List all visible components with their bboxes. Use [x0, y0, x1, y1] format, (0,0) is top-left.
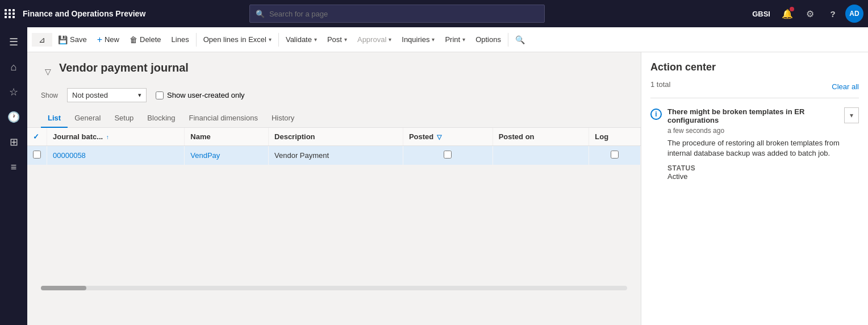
- question-icon: ?: [830, 9, 835, 19]
- clear-all-button[interactable]: Clear all: [832, 82, 859, 91]
- col-journal-batch[interactable]: Journal batc... ↑: [47, 128, 185, 146]
- header-checkmark: ✓: [33, 132, 39, 141]
- bell-button[interactable]: 🔔: [777, 3, 798, 24]
- horizontal-scrollbar[interactable]: [41, 286, 627, 290]
- search-bar[interactable]: 🔍: [249, 5, 545, 23]
- open-lines-excel-button[interactable]: Open lines in Excel ▾: [199, 33, 276, 46]
- search-cmd-icon: 🔍: [515, 35, 525, 44]
- row-posted-cell[interactable]: [403, 146, 493, 165]
- post-button[interactable]: Post ▾: [323, 33, 352, 46]
- chevron-down-icon: ▾: [269, 36, 272, 43]
- save-label: Save: [70, 35, 87, 44]
- row-checkbox[interactable]: [33, 151, 41, 159]
- validate-button[interactable]: Validate ▾: [281, 33, 322, 46]
- column-filter-icon: ▽: [437, 134, 441, 140]
- journal-batch-link[interactable]: 00000058: [53, 151, 86, 160]
- delete-icon: 🗑: [130, 35, 137, 44]
- command-bar: ⊿ 💾 Save + New 🗑 Delete Lines Open lines…: [27, 27, 868, 52]
- notification-body: The procedure of restoring all broken te…: [667, 138, 859, 159]
- top-navigation: Finance and Operations Preview 🔍 GBSI 🔔 …: [0, 0, 868, 27]
- delete-label: Delete: [140, 35, 161, 44]
- col-posted[interactable]: Posted ▽: [403, 128, 493, 146]
- tab-history[interactable]: History: [265, 109, 301, 128]
- hamburger-icon: ☰: [9, 36, 18, 48]
- col-name[interactable]: Name: [185, 128, 269, 146]
- show-dropdown[interactable]: Not posted ▾: [67, 88, 147, 102]
- sidebar-item-home[interactable]: ⌂: [0, 55, 27, 80]
- search-input[interactable]: [269, 10, 539, 18]
- sidebar-hamburger[interactable]: ☰: [0, 30, 27, 55]
- help-button[interactable]: ?: [823, 3, 843, 24]
- col-posted-on[interactable]: Posted on: [493, 128, 589, 146]
- separator2: [278, 33, 279, 47]
- chevron-down-icon6: ▾: [462, 36, 465, 43]
- notification-title: There might be broken templates in ER co…: [667, 107, 840, 124]
- action-center-total: 1 total: [650, 80, 670, 89]
- dropdown-chevron-icon: ▾: [138, 91, 141, 99]
- description-value: Vendor Payment: [274, 151, 329, 160]
- filter-toggle-button[interactable]: ▽: [41, 65, 55, 78]
- star-icon: ☆: [9, 86, 18, 98]
- inquiries-button[interactable]: Inquiries ▾: [397, 33, 439, 46]
- post-label: Post: [327, 35, 342, 44]
- page-title: Vendor payment journal: [59, 61, 189, 74]
- col-check: ✓: [27, 128, 47, 146]
- tab-general[interactable]: General: [68, 109, 107, 128]
- name-link[interactable]: VendPay: [190, 151, 220, 160]
- notification-item: i There might be broken templates in ER …: [650, 103, 859, 185]
- tab-list[interactable]: List: [41, 109, 68, 128]
- notification-collapse-button[interactable]: ▾: [844, 107, 859, 123]
- col-log[interactable]: Log: [589, 128, 641, 146]
- apps-icon[interactable]: [5, 9, 14, 18]
- tab-setup[interactable]: Setup: [107, 109, 140, 128]
- options-button[interactable]: Options: [471, 33, 506, 46]
- filter-button[interactable]: ⊿: [34, 33, 50, 47]
- posted-checkbox[interactable]: [444, 151, 452, 159]
- show-filter-row: Show Not posted ▾ Show user-created only: [41, 88, 627, 102]
- row-posted-on: [493, 146, 589, 165]
- sidebar-item-modules[interactable]: ≡: [0, 155, 27, 180]
- search-icon: 🔍: [256, 10, 265, 18]
- avatar[interactable]: AD: [845, 5, 863, 23]
- notification-time: a few seconds ago: [667, 127, 859, 135]
- tab-financial-dimensions[interactable]: Financial dimensions: [182, 109, 265, 128]
- info-icon: i: [650, 109, 662, 120]
- save-button[interactable]: 💾 Save: [53, 33, 91, 47]
- save-icon: 💾: [58, 35, 68, 44]
- settings-button[interactable]: ⚙: [800, 3, 820, 24]
- separator3: [508, 33, 508, 47]
- print-button[interactable]: Print ▾: [440, 33, 470, 46]
- notification-content: There might be broken templates in ER co…: [667, 107, 859, 181]
- page-header: ▽ Vendor payment journal Show Not posted…: [27, 52, 641, 102]
- tab-blocking[interactable]: Blocking: [140, 109, 182, 128]
- delete-button[interactable]: 🗑 Delete: [125, 33, 166, 47]
- new-label: New: [105, 35, 119, 44]
- sidebar-item-favorites[interactable]: ☆: [0, 80, 27, 105]
- show-user-created-checkbox[interactable]: [156, 91, 164, 99]
- log-checkbox[interactable]: [611, 151, 619, 159]
- chevron-down-icon4: ▾: [389, 36, 391, 43]
- sidebar: ☰ ⌂ ☆ 🕐 ⊞ ≡: [0, 27, 27, 325]
- main-content: ▽ Vendor payment journal Show Not posted…: [27, 52, 868, 325]
- scroll-area: [27, 279, 641, 295]
- page-area: ▽ Vendor payment journal Show Not posted…: [27, 52, 641, 325]
- show-value: Not posted: [72, 91, 108, 99]
- row-log-cell[interactable]: [589, 146, 641, 165]
- sidebar-item-recent[interactable]: 🕐: [0, 105, 27, 130]
- table-row[interactable]: 00000058 VendPay Vendor Payment: [27, 146, 641, 165]
- new-button[interactable]: + New: [93, 32, 124, 47]
- print-label: Print: [445, 35, 460, 44]
- tabs: List General Setup Blocking Financial di…: [27, 109, 641, 128]
- chevron-down-icon7: ▾: [850, 111, 853, 119]
- lines-button[interactable]: Lines: [167, 33, 194, 46]
- table-container: ✓ Journal batc... ↑ Name Description: [27, 128, 641, 165]
- approval-button[interactable]: Approval ▾: [353, 33, 396, 46]
- sidebar-item-workspaces[interactable]: ⊞: [0, 130, 27, 155]
- row-journal-batch[interactable]: 00000058: [47, 146, 185, 165]
- col-description[interactable]: Description: [269, 128, 403, 146]
- gear-icon: ⚙: [806, 9, 814, 19]
- action-center-title: Action center: [650, 61, 716, 73]
- page-search-button[interactable]: 🔍: [511, 33, 529, 47]
- scrollbar-thumb[interactable]: [41, 286, 86, 290]
- row-check-cell[interactable]: [27, 146, 47, 165]
